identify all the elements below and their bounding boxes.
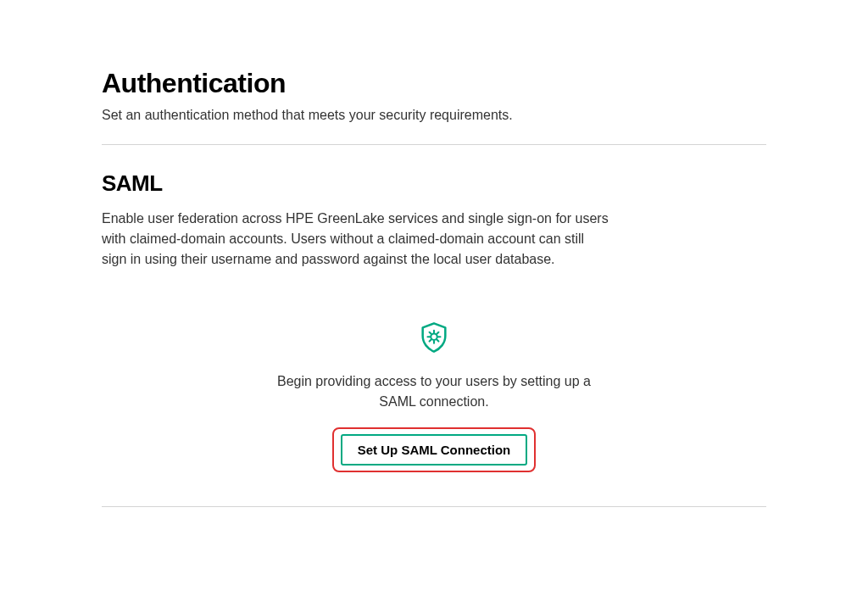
saml-section-description: Enable user federation across HPE GreenL… [102,209,610,270]
saml-cta-block: Begin providing access to your users by … [102,321,766,472]
section-divider [102,144,766,145]
svg-point-0 [431,333,437,340]
button-highlight-annotation: Set Up SAML Connection [332,427,537,472]
saml-cta-text: Begin providing access to your users by … [264,371,604,412]
svg-line-5 [430,332,431,334]
svg-line-8 [430,340,431,342]
authentication-page: Authentication Set an authentication met… [0,0,868,507]
svg-line-6 [437,340,439,342]
page-title: Authentication [102,68,766,99]
setup-saml-connection-button[interactable]: Set Up SAML Connection [341,434,528,466]
shield-gear-icon [417,321,451,354]
svg-line-7 [437,332,439,334]
saml-section-title: SAML [102,170,766,197]
page-subtitle: Set an authentication method that meets … [102,108,766,123]
section-divider [102,506,766,507]
